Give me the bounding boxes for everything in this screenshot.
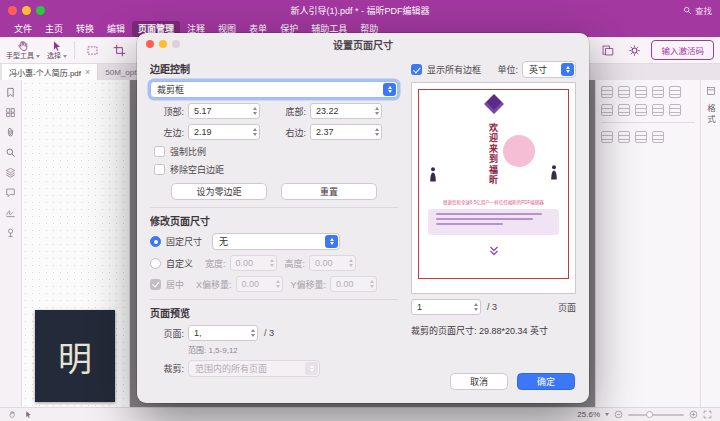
bottom-margin-field[interactable]: 23.22 (310, 103, 382, 119)
bookmarks-panel-icon[interactable] (5, 87, 16, 98)
zoom-slider-knob[interactable] (646, 411, 653, 418)
zoom-slider[interactable] (628, 414, 684, 416)
crop-pages-button[interactable] (109, 40, 129, 60)
dialog-footer: 取消 确定 (450, 373, 575, 390)
align-middle-icon[interactable] (669, 86, 681, 98)
rotate-right-icon[interactable] (618, 131, 630, 143)
comments-panel-icon[interactable] (5, 187, 16, 198)
zoom-dropdown-icon[interactable] (605, 413, 609, 416)
stepper-icon (270, 256, 274, 270)
organize-pages-button[interactable] (597, 40, 617, 60)
popup-arrows-icon (325, 235, 338, 248)
document-tab-active[interactable]: 冯小惠-个人简历.pdf × (2, 64, 98, 80)
show-all-borders-checkbox[interactable] (411, 64, 422, 75)
fullscreen-icon[interactable] (703, 410, 712, 419)
left-margin-field[interactable]: 2.19 (188, 124, 260, 140)
align-bottom-icon[interactable] (601, 104, 613, 116)
y-offset-value: 0.00 (336, 279, 354, 289)
close-tab-icon[interactable]: × (85, 67, 90, 77)
stepper-icon[interactable] (251, 326, 255, 340)
cursor-icon (51, 40, 63, 52)
zoom-controls: 25.6% (577, 410, 712, 419)
stepper-icon[interactable] (253, 125, 257, 139)
fixed-size-select[interactable]: 无 (212, 233, 340, 250)
stepper-icon[interactable] (253, 104, 257, 118)
close-window-button[interactable] (8, 6, 17, 15)
set-zero-margins-button[interactable]: 设为零边距 (171, 183, 267, 200)
format-tab-label[interactable]: 格式 (705, 104, 717, 125)
flip-horizontal-icon[interactable] (635, 131, 647, 143)
unit-select[interactable]: 英寸 (522, 61, 576, 78)
same-width-icon[interactable] (652, 104, 664, 116)
attachments-icon[interactable] (5, 127, 16, 138)
stepper-icon[interactable] (375, 125, 379, 139)
page-thumbnails-icon[interactable] (5, 107, 16, 118)
select-tool-button[interactable]: 选择 (47, 40, 67, 60)
cancel-button[interactable]: 取消 (450, 373, 508, 390)
width-field: 0.00 (230, 255, 277, 271)
menu-edit[interactable]: 编辑 (101, 21, 131, 37)
same-height-icon[interactable] (669, 104, 681, 116)
minimize-window-button[interactable] (22, 6, 31, 15)
custom-size-radio[interactable] (150, 258, 161, 269)
stepper-icon[interactable] (375, 104, 379, 118)
margin-control-heading: 边距控制 (150, 61, 398, 76)
menu-convert[interactable]: 转换 (70, 21, 100, 37)
right-margin-field[interactable]: 2.37 (310, 124, 382, 140)
constrain-proportions-checkbox[interactable] (154, 146, 165, 157)
search-panel-icon[interactable] (5, 147, 16, 158)
double-chevron-down-icon (488, 245, 500, 257)
section-divider (150, 299, 398, 300)
reset-button[interactable]: 重置 (281, 183, 377, 200)
page-range-field[interactable]: 1, (188, 325, 258, 341)
decor-circle (503, 135, 535, 167)
snapshot-tool-button[interactable] (82, 40, 102, 60)
box-type-select[interactable]: 裁剪框 (150, 81, 398, 98)
align-left-icon[interactable] (601, 86, 613, 98)
stepper-icon (276, 277, 280, 291)
zoom-out-icon[interactable] (614, 410, 623, 419)
page-thumbnail[interactable]: 明 (35, 310, 115, 402)
remove-white-margins-checkbox[interactable] (154, 164, 165, 175)
fixed-size-radio[interactable] (150, 236, 161, 247)
menu-home[interactable]: 主页 (39, 21, 69, 37)
preview-page-field[interactable]: 1 (411, 299, 481, 315)
panel-tab-strip: 格式 (700, 80, 720, 407)
align-top-icon[interactable] (652, 86, 664, 98)
top-margin-field[interactable]: 5.17 (188, 103, 260, 119)
select-tool-status-icon[interactable] (24, 410, 33, 419)
custom-size-label: 自定义 (166, 257, 193, 270)
text-line (436, 218, 533, 220)
menu-file[interactable]: 文件 (8, 21, 38, 37)
gear-icon (628, 44, 641, 57)
stepper-icon[interactable] (474, 300, 478, 314)
distribute-horizontal-icon[interactable] (618, 104, 630, 116)
hand-tool-button[interactable]: 手型工具 (6, 40, 40, 60)
titlebar-search[interactable]: 查找 (683, 4, 712, 16)
layers-panel-icon[interactable] (5, 167, 16, 178)
dialog-close-button[interactable] (146, 40, 154, 48)
preview-text-box (428, 209, 559, 235)
rotate-left-icon[interactable] (601, 131, 613, 143)
settings-button[interactable] (624, 40, 644, 60)
align-center-icon[interactable] (618, 86, 630, 98)
range-hint: 范围: 1,5-9,12 (188, 344, 398, 355)
ok-button[interactable]: 确定 (517, 373, 575, 390)
dialog-minimize-button[interactable] (159, 40, 167, 48)
zoom-in-icon[interactable] (689, 410, 698, 419)
distribute-vertical-icon[interactable] (635, 104, 647, 116)
height-label: 高度: (285, 257, 306, 270)
activation-code-button[interactable]: 输入激活码 (651, 40, 714, 60)
destinations-panel-icon[interactable] (5, 227, 16, 238)
remove-white-margins-label: 移除空白边距 (170, 163, 224, 176)
signature-panel-icon[interactable] (5, 207, 16, 218)
format-panel-icon[interactable] (706, 86, 716, 96)
center-label: 居中 (166, 278, 184, 291)
fullscreen-window-button[interactable] (36, 6, 45, 15)
zoom-level[interactable]: 25.6% (577, 410, 600, 419)
page-range-label: 页面: (150, 327, 184, 340)
flip-vertical-icon[interactable] (652, 131, 664, 143)
hand-tool-status-icon[interactable] (8, 410, 17, 419)
page-preview-canvas[interactable]: 欢迎来到福昕 感谢您和全球6.5亿用户一样信任福昕的PDF编辑器 (411, 82, 576, 294)
align-right-icon[interactable] (635, 86, 647, 98)
